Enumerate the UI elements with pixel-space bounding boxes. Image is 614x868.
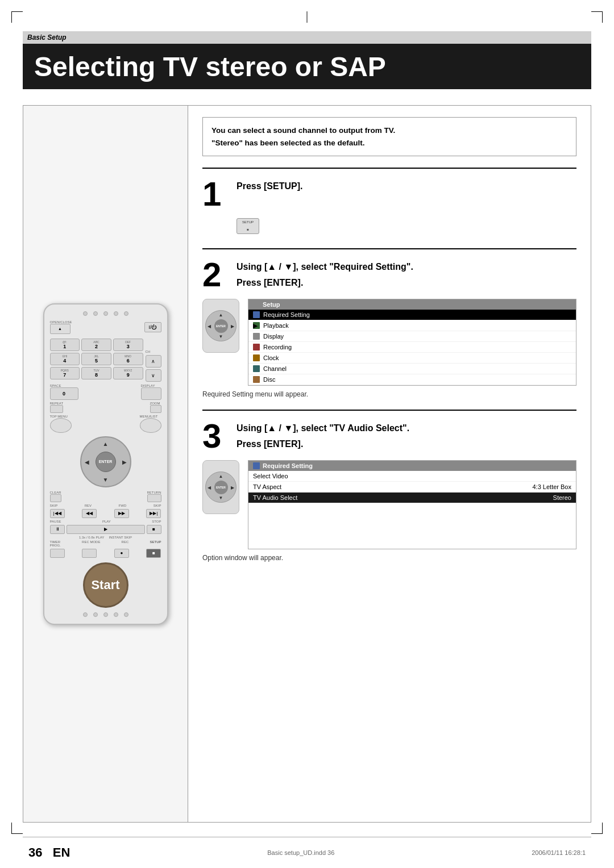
top-menu-button[interactable] [50,418,72,433]
step-3-mini-nav: ▲ ▼ ◀ ▶ ENTER [202,460,239,514]
pause-button[interactable]: ⏸ [50,525,65,534]
transport-row-1: |◀◀ ◀◀ ▶▶ ▶▶| [50,509,161,518]
step-3-text: Using [▲ / ▼], select "TV Audio Select".… [237,419,409,450]
rec-mode-button[interactable] [82,549,97,558]
menu-item-recording: Recording [248,342,576,353]
bot-dot-1 [83,612,88,617]
remote-bottom-dots [50,612,161,617]
page-number: 36 EN [28,845,70,860]
step2-enter: ENTER [214,319,228,333]
step-2-number: 2 [202,258,231,292]
timer-prog-button[interactable] [50,549,65,558]
menu-empty-space [248,503,576,549]
step2-nav-left: ◀ [208,323,211,328]
btn-9[interactable]: WXYZ 9 [113,367,143,379]
display-icon [253,333,260,340]
steps-panel: You can select a sound channel to output… [188,106,591,822]
btn-1[interactable]: @!: 1 [50,339,80,351]
display-button[interactable] [141,387,161,400]
step-3-nav-circle: ▲ ▼ ◀ ▶ ENTER [205,471,237,503]
transport-row-2: ⏸ ▶ ■ [50,525,161,534]
clear-section: CLEAR [50,491,61,502]
rev-button[interactable]: ◀◀ [82,509,97,518]
step-1-header: 1 Press [SETUP]. [202,177,576,211]
eject-button[interactable]: ▲ [50,324,70,334]
pause-play-stop-labels: PAUSE PLAY STOP [50,520,161,523]
menu-item-channel: Channel [248,364,576,374]
playback-icon: ▶ [253,322,260,329]
page-title-block: Selecting TV stereo or SAP [23,44,591,89]
topmenu-section: TOP MENU [50,415,72,433]
btn-4[interactable]: GHI 4 [50,353,80,365]
btn-3[interactable]: DEF 3 [113,339,143,351]
step-2-header: 2 Using [▲ / ▼], select "Required Settin… [202,258,576,292]
space-section: SPACE 0 [50,384,78,400]
step-2-line1: Using [▲ / ▼], select "Required Setting"… [237,258,413,273]
remote-top-dots [50,311,161,316]
step-2-mini-nav: ▲ ▼ ◀ ▶ ENTER [202,299,239,353]
power-button[interactable]: I/⏻ [144,322,161,332]
btn-6[interactable]: MNO 6 [113,353,143,365]
step-2-menu: Setup Required Setting ▶ Playback Displa… [248,299,576,386]
step-3-menu: Required Setting Select Video TV Aspect … [248,460,576,549]
step3-nav-down: ▼ [219,495,223,500]
step2-nav-up: ▲ [219,312,223,318]
bottom-labels: TIMERPROG. REC MODE REC SETUP [50,540,161,547]
step-3-menu-title-text: Required Setting [263,462,313,469]
ch-up[interactable]: ∧ [146,355,161,368]
step-3-header: 3 Using [▲ / ▼], select "TV Audio Select… [202,419,576,453]
fwd-button[interactable]: ▶▶ [114,509,129,518]
nav-up-arrow[interactable]: ▲ [103,441,109,447]
repeat-zoom-row: REPEAT ZOOM [50,402,161,413]
nav-right-arrow[interactable]: ▶ [122,458,127,465]
nav-left-arrow[interactable]: ◀ [85,458,89,465]
return-section: RETURN [147,491,161,502]
skip-fwd-button[interactable]: ▶▶| [146,509,161,518]
recording-icon [253,344,260,350]
btn-8[interactable]: TUV 8 [81,367,111,379]
playback-speed-label: 1.3x / 0.8x PLAY INSTANT SKIP [50,536,161,539]
btn-5[interactable]: JKL 5 [81,353,111,365]
step-1-instruction: Press [SETUP]. [237,177,302,193]
req-setting-icon-2 [253,462,260,469]
instruction-line1: You can select a sound channel to output… [211,124,567,137]
dot-3 [103,311,108,316]
step-2-menu-title: Setup [248,299,576,310]
step-3-content: ▲ ▼ ◀ ▶ ENTER Required Setting [202,460,576,549]
page-title: Selecting TV stereo or SAP [34,51,386,82]
rec-button[interactable]: ● [114,549,129,558]
stop-button[interactable]: ■ [147,525,161,534]
return-button[interactable] [147,494,161,502]
btn-0[interactable]: 0 [50,387,78,400]
repeat-button[interactable] [50,405,64,413]
step-2-line2: Press [ENTER]. [237,274,413,289]
open-close-label: OPEN/CLOSE ▲ [50,320,72,334]
nav-down-arrow[interactable]: ▼ [103,477,109,483]
enter-button[interactable]: ENTER [96,452,116,472]
step-2-nav-circle: ▲ ▼ ◀ ▶ ENTER [205,310,237,341]
numpad: @!: 1 ABC 2 DEF 3 GHI 4 [50,339,143,379]
btn-7[interactable]: PQRS 7 [50,367,80,379]
setup-button-remote[interactable]: ■ [146,549,161,558]
display-section: DISPLAY [141,384,161,400]
play-button[interactable]: ▶ [67,525,145,534]
clear-button[interactable] [50,494,61,502]
instruction-box: You can select a sound channel to output… [202,117,576,156]
btn-2[interactable]: ABC 2 [81,339,111,351]
step2-nav-right: ▶ [231,323,234,328]
clock-icon [253,354,260,361]
step3-nav-left: ◀ [208,485,211,490]
step-3-note: Option window will appear. [202,554,576,562]
setup-icon-label: ■ [247,228,249,231]
bot-dot-3 [103,612,108,617]
menu-list-button[interactable] [140,418,161,433]
corner-mark-tl [11,11,23,23]
bot-dot-4 [114,612,118,617]
ch-down[interactable]: ∨ [146,369,161,382]
tv-aspect-row: TV Aspect 4:3 Letter Box [248,482,576,493]
menulist-section: MENU/LIST [140,415,161,433]
zoom-section: ZOOM [150,402,161,413]
step3-enter: ENTER [214,481,228,494]
skip-back-button[interactable]: |◀◀ [50,509,65,518]
zoom-button[interactable] [150,405,161,413]
